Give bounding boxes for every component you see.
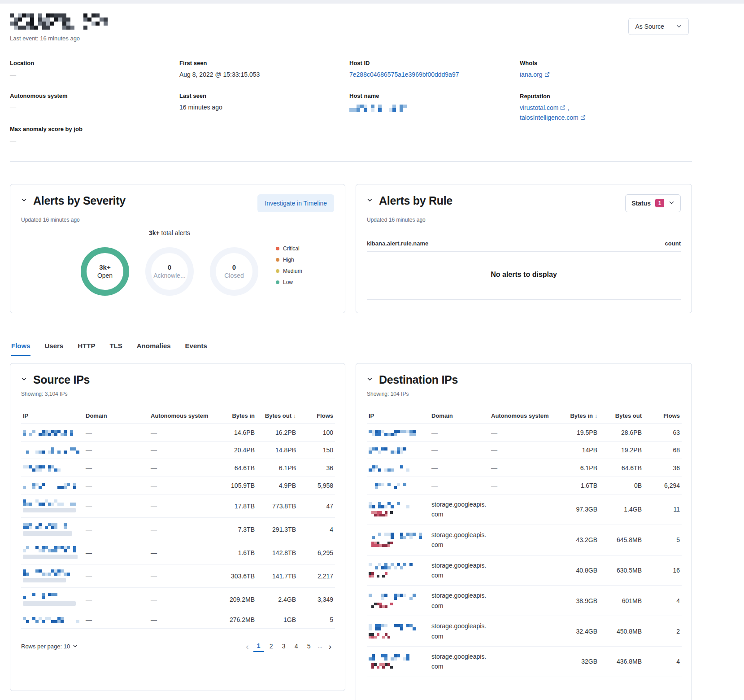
- whois-label: WhoIs: [520, 60, 692, 66]
- table-row: — — 1.6TB 0B 6,294: [367, 477, 682, 494]
- page-5-button[interactable]: 5: [304, 640, 314, 652]
- bytes-out-cell: 141.7TB: [257, 564, 298, 588]
- reputation-label: Reputation: [520, 93, 692, 100]
- page-4-button[interactable]: 4: [291, 640, 302, 652]
- redacted-source-ip[interactable]: [23, 483, 78, 489]
- redacted-destination-ip[interactable]: [369, 594, 422, 600]
- page-header: Last event: 16 minutes ago As Source: [10, 4, 692, 42]
- rule-name-column-header: kibana.alert.rule.name: [367, 240, 428, 247]
- redacted-source-ip[interactable]: [23, 617, 81, 623]
- redacted-flag-bar: [23, 508, 76, 512]
- as-cell: —: [149, 541, 214, 564]
- open-alerts-donut[interactable]: 3k+ Open: [81, 247, 129, 296]
- redacted-source-ip[interactable]: [23, 499, 79, 506]
- tab-http[interactable]: HTTP: [78, 342, 95, 356]
- sort-desc-icon: ↓: [293, 413, 296, 419]
- domain-cell: —: [84, 477, 149, 494]
- page-3-button[interactable]: 3: [278, 640, 289, 652]
- redacted-ip-title: [10, 13, 109, 30]
- tab-flows[interactable]: Flows: [11, 342, 30, 356]
- talos-link[interactable]: talosIntelligence.com: [520, 114, 579, 121]
- redacted-source-ip[interactable]: [23, 593, 61, 599]
- reputation-separator: ,: [567, 104, 569, 111]
- redacted-source-ip[interactable]: [23, 523, 68, 529]
- as-source-selector[interactable]: As Source: [628, 18, 689, 35]
- redacted-destination-ip[interactable]: [369, 447, 410, 454]
- bytes-in-cell: 7.3TB: [214, 518, 257, 541]
- tab-users[interactable]: Users: [45, 342, 64, 356]
- as-cell: [489, 586, 552, 616]
- redacted-destination-ip[interactable]: [369, 483, 407, 489]
- col-header-flows[interactable]: Flows: [298, 409, 335, 424]
- tab-anomalies[interactable]: Anomalies: [137, 342, 171, 356]
- redacted-destination-ip[interactable]: [369, 624, 424, 630]
- rows-per-page-button[interactable]: Rows per page: 10: [21, 643, 78, 650]
- virustotal-link[interactable]: virustotal.com: [520, 104, 558, 111]
- source-ips-collapse[interactable]: Source IPs: [21, 373, 90, 386]
- status-filter-button[interactable]: Status 1: [625, 194, 681, 212]
- destination-ips-collapse[interactable]: Destination IPs: [367, 373, 458, 386]
- status-count-badge: 1: [655, 199, 664, 207]
- next-page-button[interactable]: ›: [326, 642, 334, 651]
- as-cell: —: [149, 424, 214, 441]
- col-header-bytes-out[interactable]: Bytes out↓: [257, 409, 298, 424]
- redacted-source-ip[interactable]: [23, 569, 71, 576]
- redacted-destination-ip[interactable]: [369, 563, 413, 569]
- redacted-destination-ip[interactable]: [369, 430, 418, 436]
- redacted-destination-ip[interactable]: [369, 533, 422, 539]
- flows-cell: 150: [298, 442, 335, 459]
- bytes-in-cell: 276.2MB: [214, 611, 257, 629]
- col-header-bytes-out[interactable]: Bytes out: [599, 409, 644, 424]
- domain-cell: storage.googleapis.com: [431, 591, 487, 611]
- redacted-destination-ip[interactable]: [369, 654, 413, 661]
- bytes-in-cell: 43.2GB: [552, 525, 599, 555]
- col-header-bytes-in[interactable]: Bytes in: [214, 409, 257, 424]
- alerts-rule-collapse[interactable]: Alerts by Rule: [367, 194, 452, 207]
- redacted-source-ip[interactable]: [23, 447, 80, 454]
- col-header-bytes-in[interactable]: Bytes in↓: [552, 409, 599, 424]
- host-id-link[interactable]: 7e288c04686575a1e3969bf00ddd9a97: [349, 71, 459, 78]
- last-event-text: Last event: 16 minutes ago: [10, 35, 109, 42]
- table-row: — — 19.5PB 28.6PB 63: [367, 424, 682, 441]
- bytes-out-cell: 1.4GB: [599, 494, 644, 525]
- open-count: 3k+: [99, 263, 110, 271]
- closed-label: Closed: [224, 272, 244, 279]
- redacted-source-ip[interactable]: [23, 546, 77, 552]
- tab-tls[interactable]: TLS: [109, 342, 122, 356]
- redacted-destination-ip[interactable]: [369, 465, 415, 472]
- last-seen-label: Last seen: [179, 92, 349, 99]
- page-1-button[interactable]: 1: [253, 640, 264, 652]
- closed-alerts-donut[interactable]: 0 Closed: [210, 247, 258, 296]
- bytes-out-cell: 2.4GB: [257, 588, 298, 611]
- redacted-source-ip[interactable]: [23, 465, 66, 472]
- tab-events[interactable]: Events: [185, 342, 207, 356]
- chevron-down-icon: [669, 200, 674, 207]
- as-cell: [489, 494, 552, 525]
- as-cell: —: [149, 564, 214, 588]
- page-2-button[interactable]: 2: [266, 640, 277, 652]
- redacted-geo-pixels: [369, 603, 394, 608]
- col-header-flows[interactable]: Flows: [644, 409, 682, 424]
- previous-page-button[interactable]: ‹: [243, 642, 251, 651]
- redacted-host-name[interactable]: [349, 105, 410, 112]
- bytes-out-cell: 436.8MB: [599, 646, 644, 677]
- redacted-destination-ip[interactable]: [369, 502, 420, 508]
- bytes-out-cell: 6.1PB: [257, 459, 298, 477]
- source-ips-table: IP Domain Autonomous system Bytes in Byt…: [21, 409, 335, 629]
- chevron-down-icon: [73, 643, 78, 650]
- table-row: storage.googleapis.com 32.4GB 450.8MB 2: [367, 616, 682, 647]
- as-cell: [489, 525, 552, 555]
- as-cell: —: [149, 611, 214, 629]
- acknowledged-alerts-donut[interactable]: 0 Acknowle...: [145, 247, 194, 296]
- bytes-in-cell: 303.6TB: [214, 564, 257, 588]
- table-row: — — 276.2MB 1GB 5: [21, 611, 335, 629]
- alerts-severity-collapse[interactable]: Alerts by Severity: [21, 194, 126, 207]
- redacted-source-ip[interactable]: [23, 430, 76, 436]
- bytes-out-cell: 64.6TB: [599, 459, 644, 477]
- alerts-rule-table: kibana.alert.rule.name count No alerts t…: [367, 237, 681, 300]
- table-row: — — 14PB 19.2PB 68: [367, 442, 682, 459]
- investigate-in-timeline-button[interactable]: Investigate in Timeline: [257, 194, 334, 212]
- panel-title: Alerts by Severity: [33, 194, 126, 207]
- external-link-icon: [580, 114, 586, 122]
- whois-link[interactable]: iana.org: [520, 71, 543, 78]
